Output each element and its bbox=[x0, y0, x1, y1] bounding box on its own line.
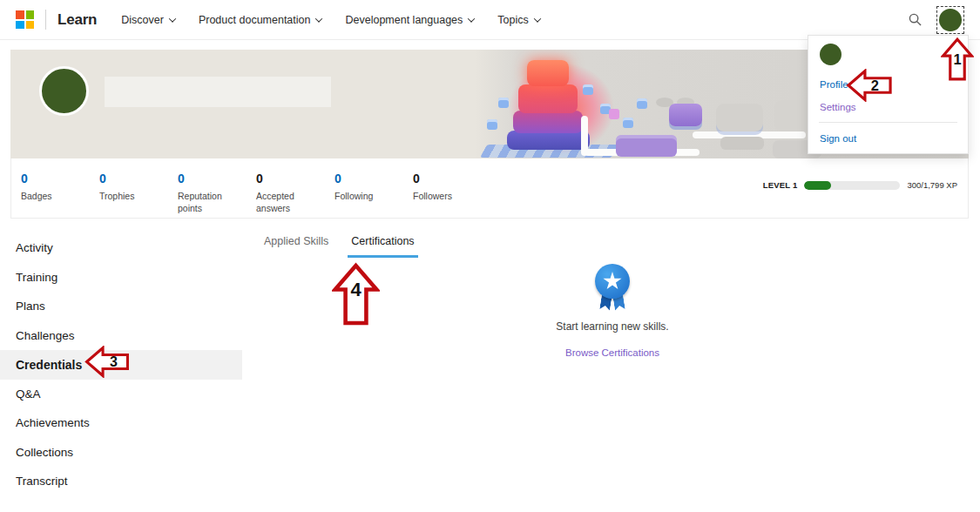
svg-text:4: 4 bbox=[350, 279, 362, 300]
level-progress-track bbox=[804, 181, 900, 190]
sidebar-item-activity[interactable]: Activity bbox=[0, 233, 242, 263]
sidebar-item-achievements[interactable]: Achievements bbox=[0, 408, 242, 438]
chevron-down-icon bbox=[468, 15, 475, 22]
chevron-down-icon bbox=[169, 15, 176, 22]
chevron-down-icon bbox=[534, 15, 541, 22]
annotation-arrow-2-left-icon: 2 bbox=[841, 69, 897, 102]
annotation-arrow-3-left-icon: 3 bbox=[73, 346, 141, 378]
stat-reputation-points[interactable]: 0 Reputation points bbox=[178, 172, 256, 218]
sidebar-item-qna[interactable]: Q&A bbox=[0, 380, 242, 409]
microsoft-logo-icon[interactable] bbox=[16, 10, 34, 29]
sign-out-menu-item[interactable]: Sign out bbox=[820, 133, 856, 144]
settings-menu-item[interactable]: Settings bbox=[820, 102, 856, 112]
stat-followers: 0 Followers bbox=[413, 172, 491, 218]
stat-accepted-answers: 0 Accepted answers bbox=[256, 172, 335, 218]
sidebar-item-training[interactable]: Training bbox=[0, 263, 242, 293]
header-divider bbox=[45, 10, 46, 30]
brand-learn[interactable]: Learn bbox=[57, 11, 97, 29]
credentials-tabs: Applied Skills Certifications bbox=[260, 235, 418, 258]
certification-badge-icon bbox=[593, 264, 632, 310]
nav-product-documentation[interactable]: Product documentation bbox=[199, 14, 322, 26]
level-progress-fill bbox=[804, 181, 831, 190]
tab-applied-skills[interactable]: Applied Skills bbox=[260, 235, 332, 258]
menu-avatar bbox=[820, 44, 841, 65]
browse-certifications-link[interactable]: Browse Certifications bbox=[565, 347, 659, 358]
tab-certifications[interactable]: Certifications bbox=[348, 235, 417, 258]
profile-stats-bar: 0 Badges 0 Trophies 0 Reputation points … bbox=[10, 158, 969, 219]
xp-text: 300/1,799 XP bbox=[907, 180, 957, 190]
sidebar-item-transcript[interactable]: Transcript bbox=[0, 467, 242, 496]
sidebar-item-plans[interactable]: Plans bbox=[0, 292, 242, 321]
menu-divider bbox=[819, 122, 957, 123]
annotation-arrow-4-up-icon: 4 bbox=[332, 262, 380, 327]
annotation-arrow-1-up-icon: 1 bbox=[941, 36, 974, 83]
svg-text:3: 3 bbox=[110, 354, 118, 369]
search-icon[interactable] bbox=[909, 13, 922, 26]
chevron-down-icon bbox=[315, 15, 322, 22]
primary-nav: Discover Product documentation Developme… bbox=[121, 14, 539, 26]
svg-text:1: 1 bbox=[953, 51, 961, 67]
svg-text:2: 2 bbox=[871, 77, 879, 93]
header-avatar-button[interactable] bbox=[936, 6, 964, 34]
profile-name-placeholder bbox=[105, 77, 331, 107]
stat-trophies[interactable]: 0 Trophies bbox=[99, 172, 178, 218]
sidebar-item-collections[interactable]: Collections bbox=[0, 438, 242, 468]
nav-topics[interactable]: Topics bbox=[497, 14, 539, 26]
level-label: LEVEL 1 bbox=[763, 180, 798, 190]
avatar bbox=[939, 9, 962, 31]
nav-discover[interactable]: Discover bbox=[121, 14, 175, 26]
nav-development-languages[interactable]: Development languages bbox=[345, 14, 474, 26]
certifications-empty-state: Start learning new skills. Browse Certif… bbox=[482, 264, 743, 360]
empty-state-message: Start learning new skills. bbox=[482, 320, 743, 333]
level-progress: LEVEL 1 300/1,799 XP bbox=[763, 180, 957, 190]
stat-following[interactable]: 0 Following bbox=[335, 172, 413, 218]
stat-badges[interactable]: 0 Badges bbox=[21, 172, 99, 218]
profile-avatar bbox=[39, 66, 89, 116]
